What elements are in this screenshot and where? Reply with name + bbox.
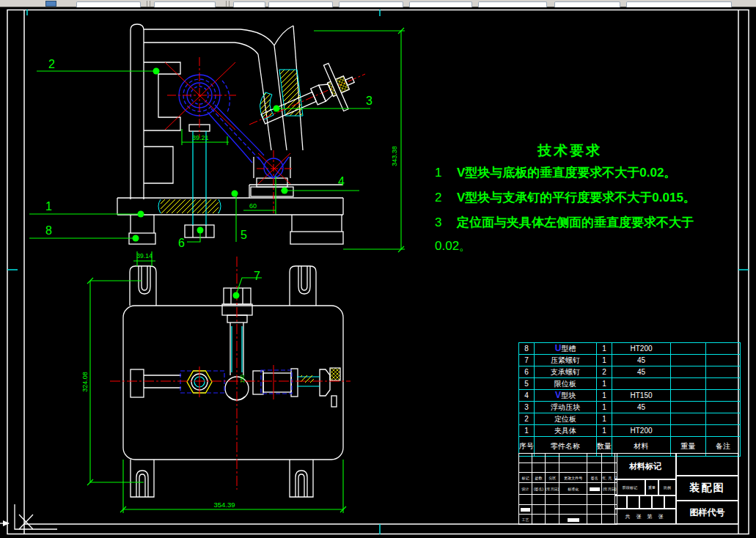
toolbar-combo[interactable] — [339, 1, 403, 7]
toolbar-combo[interactable] — [268, 1, 333, 7]
technical-requirements: 技术要求 1V型块与底板的垂直度要求不大于0.02。 2V型块与支承钉的平行度要… — [435, 141, 756, 257]
toolbar-strip[interactable] — [0, 0, 756, 7]
balloon-3[interactable]: 3 — [366, 95, 373, 107]
title-block: 标记 处数 分区 更改文件号 签名 年、月、日 设计 (签名) (年月日) 标准… — [518, 453, 738, 524]
dim-343-38[interactable]: 343.38 — [391, 146, 398, 166]
table-row: 8 U型槽 1 HT200 — [519, 343, 741, 355]
balloon-2[interactable]: 2 — [48, 58, 55, 70]
balloon-labels: 2 1 8 6 5 4 3 7 — [45, 58, 373, 282]
balloon-5[interactable]: 5 — [241, 229, 247, 241]
toolbar-combo[interactable] — [554, 1, 620, 7]
table-row: 5 限位板 1 — [519, 378, 741, 390]
tech-req-item: 2V型块与支承钉的平行度要求不大于0.015。 — [435, 185, 756, 210]
design-row: 设计 (签名) (年月日) 标准化 (年月日) — [519, 483, 617, 495]
title-block-signature-grid: 标记 处数 分区 更改文件号 签名 年、月、日 设计 (签名) (年月日) 标准… — [518, 453, 617, 525]
toolbar-separator — [229, 1, 230, 7]
toolbar-combo[interactable] — [76, 1, 141, 7]
table-row: 4 V型块 1 HT150 — [519, 390, 741, 402]
signature-mark — [568, 518, 579, 522]
front-view[interactable] — [117, 24, 365, 244]
balloon-4[interactable]: 4 — [338, 175, 345, 188]
balloon-6[interactable]: 6 — [178, 237, 185, 249]
table-row: 7 压紧螺钉 1 45 — [519, 355, 741, 366]
dim-39-14[interactable]: 39.14 — [136, 252, 153, 259]
balloon-7[interactable]: 7 — [254, 270, 260, 282]
material-mark-cell: 材料标记 — [614, 453, 676, 479]
toolbar-combo[interactable] — [626, 1, 732, 7]
toolbar-separator — [150, 1, 150, 7]
dim-60[interactable]: 60 — [249, 202, 257, 210]
table-row: 3 浮动压块 1 45 — [519, 402, 741, 413]
stage-mark-cell: 阶段标记 — [614, 479, 645, 495]
toolbar-button-icon[interactable] — [45, 1, 56, 7]
table-row: 1 夹具体 1 HT200 — [519, 425, 741, 437]
scale-cell: 比例 — [658, 479, 676, 495]
workpiece-detail — [179, 75, 289, 178]
cad-application-window: 2 1 8 6 5 4 3 7 39.21 60 343.38 39.14 32… — [0, 0, 756, 538]
toolbar-separator — [226, 1, 227, 7]
process-row: 工艺 — [519, 515, 617, 525]
knurled-knob — [330, 368, 340, 380]
dim-324-08[interactable]: 324.08 — [81, 372, 89, 392]
signature-mark — [590, 487, 600, 491]
weight-cell: 重量 — [645, 479, 658, 495]
sheet-count-cell: 共 张 第 张 — [614, 509, 676, 524]
table-row: 6 支承螺钉 2 45 — [519, 366, 741, 378]
signature-mark — [521, 508, 530, 512]
dim-354-39[interactable]: 354.39 — [213, 501, 235, 509]
title-block-right: 装配图 图样代号 — [676, 453, 738, 524]
tech-req-item: 3定位面与夹具体左侧面的垂直度要求不大于 — [435, 210, 756, 235]
title-block-middle: 材料标记 阶段标记 重量 比例 共 张 第 张 — [614, 453, 676, 524]
tech-req-title: 技术要求 — [537, 141, 602, 161]
tech-req-item: 1V型块与底板的垂直度要求不大于0.02。 — [435, 161, 756, 185]
dim-39-21[interactable]: 39.21 — [192, 134, 209, 141]
balloon-1[interactable]: 1 — [45, 200, 52, 213]
balloon-8[interactable]: 8 — [45, 224, 52, 237]
table-row: 2 定位板 1 — [519, 413, 741, 425]
tech-req-item-continuation: 0.02。 — [435, 235, 756, 257]
parts-list-table[interactable]: 8 U型槽 1 HT200 7 压紧螺钉 1 45 6 支承螺钉 2 45 — [518, 342, 741, 457]
plan-view[interactable] — [110, 257, 351, 497]
dim-150[interactable]: 150 — [240, 375, 245, 383]
toolbar-separator — [147, 1, 147, 7]
drawing-title-cell: 装配图 — [676, 476, 738, 501]
company-cell — [676, 453, 738, 476]
revision-header-row: 标记 处数 分区 更改文件号 签名 年、月、日 — [519, 473, 617, 483]
ucs-icon — [0, 504, 57, 529]
toolbar-combo[interactable] — [478, 1, 547, 7]
section-hatch — [158, 70, 303, 213]
toolbar-combo[interactable] — [233, 1, 265, 7]
drawing-code-cell: 图样代号 — [676, 501, 738, 524]
toolbar-combo[interactable] — [409, 1, 472, 7]
toolbar-combo[interactable] — [154, 1, 216, 7]
annotations[interactable] — [29, 28, 405, 513]
